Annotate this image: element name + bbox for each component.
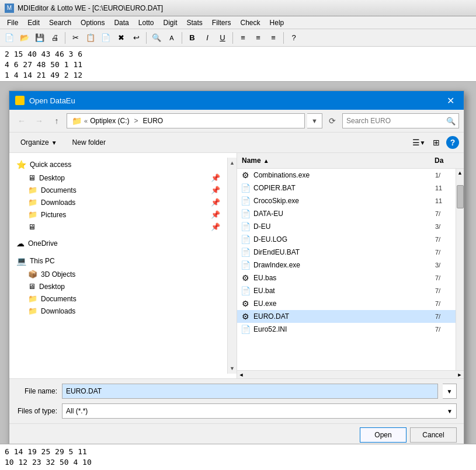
this-pc-label: This PC xyxy=(30,257,55,265)
nav-panel: ⭐ Quick access 🖥 Desktop 📌 📁 Documents 📌 xyxy=(9,153,237,378)
toolbar-bold[interactable]: B xyxy=(185,31,199,45)
file-row-d-eu-log[interactable]: 📄 D-EU.LOG 7/ xyxy=(237,233,456,246)
file-row-d-eu[interactable]: 📄 D-EU 3/ xyxy=(237,220,456,233)
toolbar-font[interactable]: A xyxy=(165,31,179,45)
nav-item-desktop-quick[interactable]: 🖥 Desktop 📌 xyxy=(9,172,227,184)
nav-item-5-quick[interactable]: 🖥 📌 xyxy=(9,221,227,233)
menu-file[interactable]: File xyxy=(2,18,23,28)
view-dropdown-button[interactable]: ☰ ▼ xyxy=(411,135,426,150)
file-name-eu-bas: EU.bas xyxy=(253,274,435,282)
file-icon-eu-bas: ⚙ xyxy=(237,273,253,283)
bottom-editor-line-1: 6 14 19 25 29 5 11 xyxy=(5,447,471,457)
organize-button[interactable]: Organize ▼ xyxy=(14,135,64,150)
menu-edit[interactable]: Edit xyxy=(23,18,44,28)
menu-lotto[interactable]: Lotto xyxy=(134,18,159,28)
file-row-euro-dat[interactable]: ⚙ EURO.DAT 7/ xyxy=(237,310,456,323)
toolbar-italic[interactable]: I xyxy=(200,31,214,45)
app-icon: M xyxy=(5,4,14,13)
nav-item-documents-quick[interactable]: 📁 Documents 📌 xyxy=(9,184,227,196)
vscroll-thumb[interactable] xyxy=(457,185,464,208)
layout-button[interactable]: ⊞ xyxy=(429,135,444,150)
toolbar-save[interactable]: 💾 xyxy=(33,31,47,45)
nav-scroll-up[interactable]: ▲ xyxy=(228,159,236,167)
toolbar-print[interactable]: 🖨 xyxy=(48,31,62,45)
nav-item-desktop-pc[interactable]: 🖥 Desktop xyxy=(9,280,227,293)
nav-item-documents-pc[interactable]: 📁 Documents xyxy=(9,293,227,305)
nav-item-downloads-quick[interactable]: 📁 Downloads 📌 xyxy=(9,196,227,208)
file-date-data-eu: 7/ xyxy=(435,210,456,217)
vscroll-up-btn[interactable]: ▲ xyxy=(456,169,464,177)
file-row-copier-bat[interactable]: 📄 COPIER.BAT 11 xyxy=(237,182,456,194)
nav-item-pictures-quick[interactable]: 📁 Pictures 📌 xyxy=(9,208,227,221)
file-row-dirend-bat[interactable]: 📄 DirEndEU.BAT 7/ xyxy=(237,246,456,259)
file-row-crocoskip-exe[interactable]: 📄 CrocoSkip.exe 11 xyxy=(237,194,456,207)
file-row-euro52-ini[interactable]: 📄 Euro52.INI 7/ xyxy=(237,323,456,336)
file-icon-dirend-bat: 📄 xyxy=(237,248,253,257)
filetype-select[interactable]: All (*.*) ▼ xyxy=(62,403,457,419)
toolbar-align-center[interactable]: ≡ xyxy=(251,31,265,45)
hscroll-right-btn[interactable]: ► xyxy=(456,372,464,378)
menu-digit[interactable]: Digit xyxy=(158,18,182,28)
nav-scroll-down[interactable]: ▼ xyxy=(228,364,236,372)
file-hscrollbar[interactable]: ◄ ► xyxy=(237,370,464,378)
onedrive-header[interactable]: ☁ OneDrive xyxy=(9,236,227,250)
address-dropdown-button[interactable]: ▼ xyxy=(307,113,322,128)
toolbar-open[interactable]: 📂 xyxy=(18,31,32,45)
file-row-drawindex-exe[interactable]: 📄 DrawIndex.exe 3/ xyxy=(237,259,456,271)
help-button[interactable]: ? xyxy=(446,136,459,149)
toolbar-help[interactable]: ? xyxy=(287,31,301,45)
file-row-eu-exe[interactable]: ⚙ EU.exe 7/ xyxy=(237,297,456,310)
filename-input[interactable] xyxy=(62,384,438,399)
new-folder-button[interactable]: New folder xyxy=(66,135,112,150)
toolbar-paste[interactable]: 📄 xyxy=(99,31,113,45)
open-button[interactable]: Open xyxy=(360,427,406,443)
column-name[interactable]: Name ▲ xyxy=(237,155,432,166)
menu-options[interactable]: Options xyxy=(76,18,109,28)
toolbar-align-left[interactable]: ≡ xyxy=(236,31,250,45)
toolbar-delete[interactable]: ✖ xyxy=(114,31,128,45)
toolbar-align-right[interactable]: ≡ xyxy=(266,31,280,45)
file-row-eu-bas[interactable]: ⚙ EU.bas 7/ xyxy=(237,271,456,284)
help-icon: ? xyxy=(450,138,456,147)
menu-help[interactable]: Help xyxy=(265,18,289,28)
search-input[interactable] xyxy=(343,117,443,125)
toolbar-underline[interactable]: U xyxy=(216,31,230,45)
file-vscrollbar[interactable]: ▲ xyxy=(456,169,464,370)
filename-dropdown-button[interactable]: ▼ xyxy=(443,384,457,399)
menu-search[interactable]: Search xyxy=(44,18,76,28)
this-pc-header[interactable]: 💻 This PC xyxy=(9,254,227,268)
menu-check[interactable]: Check xyxy=(236,18,265,28)
menu-stats[interactable]: Stats xyxy=(182,18,207,28)
toolbar-new[interactable]: 📄 xyxy=(2,31,16,45)
toolbar-cut[interactable]: ✂ xyxy=(68,31,82,45)
forward-button[interactable]: → xyxy=(32,113,47,128)
nav-item-pictures-label: Pictures xyxy=(41,211,66,219)
quick-access-header[interactable]: ⭐ Quick access xyxy=(9,158,227,172)
up-button[interactable]: ↑ xyxy=(49,113,64,128)
cancel-button[interactable]: Cancel xyxy=(410,427,457,443)
toolbar-undo[interactable]: ↩ xyxy=(129,31,143,45)
menu-bar: File Edit Search Options Data Lotto Digi… xyxy=(0,16,476,29)
file-icon-copier-bat: 📄 xyxy=(237,183,253,193)
file-row-data-eu[interactable]: 📄 DATA-EU 7/ xyxy=(237,207,456,220)
nav-item-3d-objects[interactable]: 📦 3D Objects xyxy=(9,268,227,280)
menu-filters[interactable]: Filters xyxy=(207,18,236,28)
nav-item-downloads-pc[interactable]: 📁 Downloads xyxy=(9,305,227,317)
refresh-button[interactable]: ⟳ xyxy=(325,113,340,128)
dialog-close-button[interactable]: ✕ xyxy=(443,93,458,108)
column-sort-icon: ▲ xyxy=(263,158,269,164)
file-date-copier-bat: 11 xyxy=(435,184,456,192)
filename-label: File name: xyxy=(16,387,57,395)
file-date-combinations-exe: 1/ xyxy=(435,172,456,179)
file-date-d-eu-log: 7/ xyxy=(435,236,456,243)
search-button[interactable]: 🔍 xyxy=(443,114,458,128)
file-row-eu-bat[interactable]: 📄 EU.bat 7/ xyxy=(237,284,456,297)
hscroll-left-btn[interactable]: ◄ xyxy=(237,372,245,378)
back-button[interactable]: ← xyxy=(14,113,29,128)
toolbar-copy[interactable]: 📋 xyxy=(84,31,98,45)
file-row-combinations-exe[interactable]: ⚙ Combinations.exe 1/ xyxy=(237,169,456,182)
toolbar-sep-4 xyxy=(232,32,233,44)
toolbar-search[interactable]: 🔍 xyxy=(150,31,164,45)
menu-data[interactable]: Data xyxy=(109,18,133,28)
address-folder-icon: 📁 xyxy=(72,116,82,126)
